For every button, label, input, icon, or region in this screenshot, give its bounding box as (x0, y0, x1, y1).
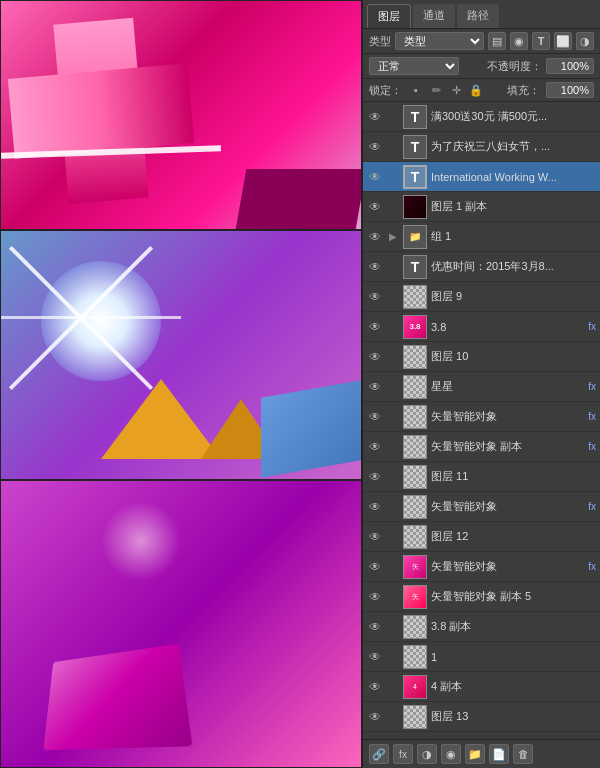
layer-item[interactable]: 👁 3.8 副本 (363, 612, 600, 642)
layer-visibility-icon[interactable]: 👁 (367, 259, 383, 275)
layer-name: 矢量智能对象 副本 (431, 439, 582, 454)
layer-name: 3.8 (431, 321, 582, 333)
layer-name: 图层 13 (431, 709, 596, 724)
panel3-glow (101, 501, 181, 581)
layer-visibility-icon[interactable]: 👁 (367, 169, 383, 185)
layer-item[interactable]: 👁 矢量智能对象 fx (363, 402, 600, 432)
layer-visibility-icon[interactable]: 👁 (367, 229, 383, 245)
new-group-icon[interactable]: 📁 (465, 744, 485, 764)
tab-paths-label: 路径 (467, 9, 489, 21)
layer-visibility-icon[interactable]: 👁 (367, 439, 383, 455)
layer-visibility-icon[interactable]: 👁 (367, 619, 383, 635)
layer-visibility-icon[interactable]: 👁 (367, 139, 383, 155)
lock-paint-icon[interactable]: ✏ (428, 82, 444, 98)
tab-paths[interactable]: 路径 (457, 4, 499, 28)
layer-item[interactable]: 👁 矢量智能对象 副本 fx (363, 432, 600, 462)
panel2-blue-shape (261, 380, 361, 478)
layer-expand (387, 651, 399, 663)
layer-thumbnail: 矢 (403, 585, 427, 609)
layer-expand (387, 501, 399, 513)
layer-thumbnail (403, 465, 427, 489)
layer-expand (387, 321, 399, 333)
layer-visibility-icon[interactable]: 👁 (367, 469, 383, 485)
lock-all-icon[interactable]: 🔒 (468, 82, 484, 98)
tab-layers[interactable]: 图层 (367, 4, 411, 28)
panel2-ray3 (0, 316, 181, 319)
opacity-value[interactable]: 100% (546, 58, 594, 74)
layer-item[interactable]: 👁 T International Working W... (363, 162, 600, 192)
layer-name: 组 1 (431, 229, 596, 244)
layer-item[interactable]: 👁 T 满300送30元 满500元... (363, 102, 600, 132)
adjustment-icon[interactable]: ◉ (441, 744, 461, 764)
layer-item[interactable]: 👁 图层 1 副本 (363, 192, 600, 222)
fill-value[interactable]: 100% (546, 82, 594, 98)
layer-expand (387, 291, 399, 303)
layer-visibility-icon[interactable]: 👁 (367, 559, 383, 575)
layer-item[interactable]: 👁 1 (363, 642, 600, 672)
layer-item[interactable]: 👁 ▶ 📁 组 1 (363, 222, 600, 252)
blend-mode-select[interactable]: 正常 (369, 57, 459, 75)
layers-list[interactable]: 👁 T 满300送30元 满500元... 👁 T 为了庆祝三八妇女节，... … (363, 102, 600, 739)
layer-thumbnail (403, 345, 427, 369)
layer-expand (387, 711, 399, 723)
layer-item[interactable]: 👁 矢 矢量智能对象 副本 5 (363, 582, 600, 612)
new-layer-icon[interactable]: 📄 (489, 744, 509, 764)
layer-visibility-icon[interactable]: 👁 (367, 289, 383, 305)
layer-expand[interactable]: ▶ (387, 231, 399, 243)
lock-transparent-icon[interactable]: ▪ (408, 82, 424, 98)
layers-bottom-toolbar: 🔗 fx ◑ ◉ 📁 📄 🗑 (363, 739, 600, 768)
layer-item[interactable]: 👁 图层 13 (363, 702, 600, 732)
filter-icon-shape[interactable]: ⬜ (554, 32, 572, 50)
layer-item[interactable]: 👁 图层 10 (363, 342, 600, 372)
layer-thumbnail (403, 645, 427, 669)
layer-visibility-icon[interactable]: 👁 (367, 529, 383, 545)
layer-item[interactable]: 👁 矢量智能对象 fx (363, 492, 600, 522)
tab-channels-label: 通道 (423, 9, 445, 21)
layer-name: 矢量智能对象 副本 5 (431, 589, 596, 604)
layer-thumbnail: 矢 (403, 555, 427, 579)
add-mask-icon[interactable]: ◑ (417, 744, 437, 764)
filter-icon-1[interactable]: ▤ (488, 32, 506, 50)
layer-visibility-icon[interactable]: 👁 (367, 109, 383, 125)
layer-thumbnail (403, 705, 427, 729)
layer-item[interactable]: 👁 3.8 3.8 fx (363, 312, 600, 342)
layer-item[interactable]: 👁 图层 11 (363, 462, 600, 492)
layer-visibility-icon[interactable]: 👁 (367, 379, 383, 395)
layer-item[interactable]: 👁 图层 9 (363, 282, 600, 312)
layer-thumbnail: T (403, 255, 427, 279)
canvas-panel-1 (0, 0, 362, 230)
add-layer-style-icon[interactable]: fx (393, 744, 413, 764)
layer-visibility-icon[interactable]: 👁 (367, 649, 383, 665)
layer-visibility-icon[interactable]: 👁 (367, 319, 383, 335)
layer-item[interactable]: 👁 星星 fx (363, 372, 600, 402)
filter-icon-T[interactable]: T (532, 32, 550, 50)
tab-channels[interactable]: 通道 (413, 4, 455, 28)
canvas-panel-2 (0, 230, 362, 480)
tab-layers-label: 图层 (378, 10, 400, 22)
layer-item[interactable]: 👁 T 优惠时间：2015年3月8... (363, 252, 600, 282)
layer-expand (387, 441, 399, 453)
filter-icon-2[interactable]: ◉ (510, 32, 528, 50)
panel1-cross-horizontal (8, 63, 194, 158)
layer-name: 图层 1 副本 (431, 199, 596, 214)
kind-select[interactable]: 类型 (395, 32, 484, 50)
layer-item[interactable]: 👁 矢 矢量智能对象 fx (363, 552, 600, 582)
layer-visibility-icon[interactable]: 👁 (367, 349, 383, 365)
layer-visibility-icon[interactable]: 👁 (367, 589, 383, 605)
layer-name: 星星 (431, 379, 582, 394)
delete-layer-icon[interactable]: 🗑 (513, 744, 533, 764)
layer-expand (387, 591, 399, 603)
link-layers-icon[interactable]: 🔗 (369, 744, 389, 764)
layer-visibility-icon[interactable]: 👁 (367, 199, 383, 215)
lock-move-icon[interactable]: ✛ (448, 82, 464, 98)
layer-visibility-icon[interactable]: 👁 (367, 709, 383, 725)
layer-item[interactable]: 👁 4 4 副本 (363, 672, 600, 702)
layer-visibility-icon[interactable]: 👁 (367, 679, 383, 695)
filter-icon-adj[interactable]: ◑ (576, 32, 594, 50)
layer-visibility-icon[interactable]: 👁 (367, 409, 383, 425)
layer-expand (387, 141, 399, 153)
layer-name: 为了庆祝三八妇女节，... (431, 139, 596, 154)
layer-item[interactable]: 👁 T 为了庆祝三八妇女节，... (363, 132, 600, 162)
layer-item[interactable]: 👁 图层 12 (363, 522, 600, 552)
layer-visibility-icon[interactable]: 👁 (367, 499, 383, 515)
